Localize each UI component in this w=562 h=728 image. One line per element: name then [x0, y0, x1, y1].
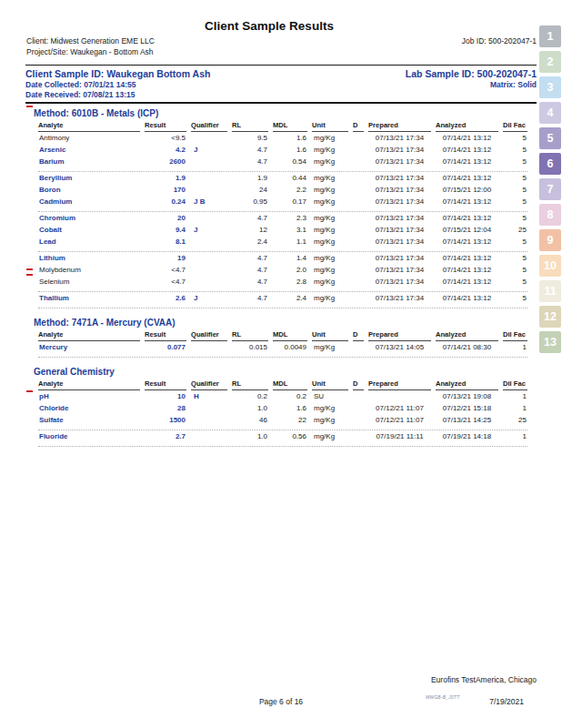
cell-analyzed: 07/14/21 13:12 — [436, 132, 498, 144]
cell-result: 1.9 — [145, 172, 186, 184]
cell-mdl: 2.0 — [273, 264, 307, 276]
cell-analyzed: 07/14/21 13:12 — [436, 252, 498, 264]
cell-d — [353, 276, 364, 288]
cell-dilfac: 5 — [503, 212, 527, 224]
col-header-mdl: MDL — [273, 330, 307, 341]
section-mercury-cvaa: Method: 7471A - Mercury (CVAA) AnalyteRe… — [34, 318, 535, 358]
results-table-mercury: AnalyteResultQualifierRLMDLUnitDPrepared… — [34, 330, 532, 358]
job-id-line: Job ID: 500-202047-1 — [273, 36, 537, 46]
cell-dilfac: 5 — [503, 292, 527, 304]
cell-d — [353, 264, 364, 276]
table-row: Lead8.12.41.1mg/Kg07/13/21 17:3407/14/21… — [38, 236, 527, 248]
section-general-chemistry: General Chemistry AnalyteResultQualifier… — [34, 367, 535, 447]
cell-analyzed: 07/14/21 13:12 — [436, 236, 498, 248]
cell-qual: J — [191, 292, 227, 304]
cell-analyte: Boron — [38, 184, 140, 196]
cell-qual — [191, 341, 227, 353]
nav-tab-9[interactable]: 9 — [539, 229, 561, 251]
col-header-qual: Qualifier — [191, 330, 227, 341]
nav-tab-4[interactable]: 4 — [539, 102, 561, 124]
cell-rl: 0.95 — [232, 196, 268, 207]
cell-unit: mg/Kg — [312, 132, 348, 144]
cell-analyte: Lithium — [38, 252, 140, 264]
cell-analyzed: 07/15/21 12:04 — [436, 224, 498, 236]
cell-analyte: Lead — [38, 236, 140, 248]
nav-tab-5[interactable]: 5 — [539, 127, 561, 149]
table-row: Fluoride2.71.00.56mg/Kg07/19/21 11:1107/… — [38, 430, 527, 442]
cell-dilfac: 1 — [503, 341, 527, 353]
cell-prepared: 07/12/21 11:07 — [368, 414, 431, 426]
cell-qual: J B — [191, 196, 227, 207]
cell-qual — [191, 402, 227, 414]
table-row: Barium26004.70.54mg/Kg07/13/21 17:3407/1… — [38, 156, 527, 167]
cell-mdl: 0.0049 — [273, 341, 307, 353]
nav-tab-2[interactable]: 2 — [539, 51, 561, 73]
cell-dilfac: 5 — [503, 252, 527, 264]
cell-d — [353, 414, 364, 426]
cell-result: 10 — [145, 390, 186, 402]
col-header-dilfac: Dil Fac — [503, 379, 527, 390]
cell-prepared: 07/13/21 17:34 — [368, 156, 431, 167]
cell-analyzed: 07/14/21 13:12 — [436, 156, 498, 167]
page-title: Client Sample Results — [0, 19, 538, 33]
cell-qual — [191, 172, 227, 184]
cell-qual — [191, 156, 227, 167]
nav-tab-1[interactable]: 1 — [539, 25, 561, 47]
nav-tab-3[interactable]: 3 — [539, 76, 561, 98]
cell-prepared: 07/13/21 17:34 — [368, 144, 431, 156]
cell-analyte: Fluoride — [38, 430, 140, 442]
anchor-mark — [26, 390, 33, 392]
cell-dilfac: 1 — [503, 390, 527, 402]
cell-mdl: 0.54 — [273, 156, 307, 167]
cell-qual — [191, 252, 227, 264]
cell-mdl: 1.4 — [273, 252, 307, 264]
cell-rl: 4.7 — [232, 292, 268, 304]
cell-dilfac: 1 — [503, 430, 527, 442]
cell-mdl: 2.3 — [273, 212, 307, 224]
cell-d — [353, 132, 364, 144]
table-row: Antimony<9.59.51.6mg/Kg07/13/21 17:3407/… — [38, 132, 527, 144]
cell-dilfac: 5 — [503, 156, 527, 167]
nav-tab-8[interactable]: 8 — [539, 204, 561, 226]
lab-sample-id: Lab Sample ID: 500-202047-1 — [406, 68, 537, 80]
cell-dilfac: 5 — [503, 264, 527, 276]
results-table-genchem: AnalyteResultQualifierRLMDLUnitDPrepared… — [34, 379, 532, 447]
nav-tab-6[interactable]: 6 — [539, 153, 561, 175]
cell-mdl: 0.2 — [273, 390, 307, 402]
cell-dilfac: 5 — [503, 132, 527, 144]
cell-rl: 4.7 — [232, 156, 268, 167]
cell-d — [353, 252, 364, 264]
cell-rl: 0.015 — [232, 341, 268, 353]
cell-analyte: Molybdenum — [38, 264, 140, 276]
cell-qual: J — [191, 144, 227, 156]
nav-tab-12[interactable]: 12 — [539, 306, 561, 328]
cell-mdl: 3.1 — [273, 224, 307, 236]
nav-tab-13[interactable]: 13 — [539, 331, 561, 353]
cell-analyte: Cadmium — [38, 196, 140, 207]
method-heading: Method: 7471A - Mercury (CVAA) — [34, 318, 535, 329]
cell-prepared: 07/13/21 17:34 — [368, 252, 431, 264]
cell-rl: 0.2 — [232, 390, 268, 402]
table-header-row: AnalyteResultQualifierRLMDLUnitDPrepared… — [38, 379, 527, 390]
col-header-analyte: Analyte — [38, 330, 140, 341]
nav-tab-7[interactable]: 7 — [539, 178, 561, 200]
cell-analyzed: 07/13/21 14:25 — [436, 414, 498, 426]
nav-tab-11[interactable]: 11 — [539, 280, 561, 302]
table-row: Lithium194.71.4mg/Kg07/13/21 17:3407/14/… — [38, 252, 527, 264]
sample-banner: Client Sample ID: Waukegan Bottom Ash La… — [25, 65, 537, 104]
cell-analyte: Antimony — [38, 132, 140, 144]
cell-analyzed: 07/14/21 13:12 — [436, 196, 498, 207]
nav-tab-10[interactable]: 10 — [539, 255, 561, 277]
table-row: Cadmium0.24J B0.950.17mg/Kg07/13/21 17:3… — [38, 196, 527, 207]
cell-rl: 4.7 — [232, 276, 268, 288]
cell-prepared: 07/13/21 17:34 — [368, 172, 431, 184]
col-header-prepared: Prepared — [368, 121, 431, 132]
cell-analyte: Beryllium — [38, 172, 140, 184]
cell-d — [353, 212, 364, 224]
row-separator — [38, 304, 527, 308]
cell-unit: mg/Kg — [312, 236, 348, 248]
cell-result: 28 — [145, 402, 186, 414]
cell-mdl: 1.6 — [273, 144, 307, 156]
cell-rl: 4.7 — [232, 144, 268, 156]
cell-rl: 46 — [232, 414, 268, 426]
